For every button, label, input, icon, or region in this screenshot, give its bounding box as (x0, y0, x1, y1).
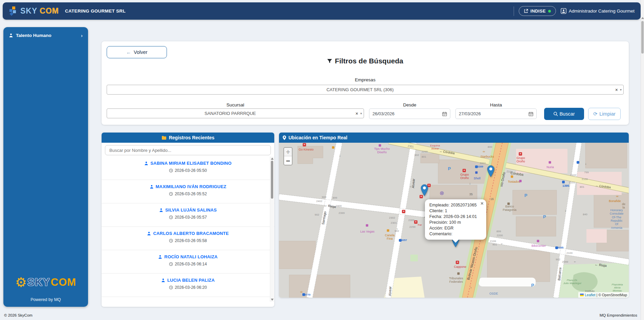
zoom-in-button[interactable]: + (284, 148, 292, 156)
record-item[interactable]: ROCÍO NATALI LOHAIZA2026-03-26 06:14 (102, 250, 274, 274)
record-name-link[interactable]: LUCIA BELEN PALIZA (102, 278, 274, 283)
map-label: 8255 (557, 246, 563, 249)
map-cup-icon: ☕ (300, 289, 303, 294)
sucursal-value: SANATORIO PARRRQUE (107, 111, 353, 116)
popup-line: Acción: EGR (429, 225, 481, 231)
map-label: 35 (469, 193, 473, 196)
sidebar: Talento Humano › ⚙ SKYCOM Powered by MQ (3, 27, 88, 307)
records-scrollbar[interactable] (270, 157, 274, 302)
record-name-link[interactable]: MAXIMILIANO IVÁN RODRIGUEZ (102, 184, 274, 189)
map-sq-icon (366, 224, 368, 227)
map-label: 800 (488, 145, 492, 148)
scroll-up-icon[interactable] (641, 17, 644, 19)
map-canvas[interactable]: Go KinesioTips Mucho DiseñoEsquina Alvea… (279, 143, 629, 298)
map-marker-pin[interactable] (421, 184, 428, 197)
map-sq-icon (387, 229, 389, 232)
osm-link[interactable]: © OpenStreetMap (598, 293, 627, 297)
map-cup-icon: ☕ (616, 194, 619, 198)
person-icon (144, 161, 148, 165)
sidebar-item-talento-humano[interactable]: Talento Humano › (3, 27, 88, 44)
refresh-icon: ⟳ (593, 111, 597, 117)
caret-down-icon[interactable]: ▾ (620, 88, 623, 92)
map-label: 2301 (391, 221, 397, 224)
records-title: Registros Recientes (169, 135, 215, 140)
page-scrollbar[interactable] (641, 0, 644, 320)
empresas-select[interactable]: CATERING GOURMET SRL (306) × ▾ (107, 85, 624, 95)
map-label: ↑ (396, 227, 398, 231)
map-cross-icon: + (303, 143, 306, 146)
record-item[interactable]: LUCIA BELEN PALIZA2026-03-26 06:20 (102, 274, 274, 297)
map-pp-icon: P (543, 215, 546, 220)
zoom-out-button[interactable]: − (284, 156, 292, 165)
popup-line: Fecha: 2026-03-26 14:01 (429, 214, 481, 220)
record-name-link[interactable]: VANESA CINTIA ACOSTA VAZQUEZ (102, 301, 274, 302)
map-label: 899 (496, 230, 501, 233)
records-search-input[interactable] (105, 145, 271, 155)
map-label: Tips Mucho Diseño (374, 147, 390, 154)
skycom-logo-icon (9, 6, 18, 16)
user-menu[interactable]: Administrador Catering Gourmet (561, 8, 635, 14)
limpiar-button[interactable]: ⟳ Limpiar (588, 108, 621, 120)
leaflet-link[interactable]: Leaflet (585, 293, 596, 297)
back-arrow-icon: ← (126, 49, 131, 55)
record-name-link[interactable]: SILVIA LUJÁN SALINAS (102, 207, 274, 213)
map-label: Las Vegas (360, 230, 374, 233)
record-timestamp: 2026-03-26 06:14 (102, 262, 274, 266)
desde-input[interactable] (372, 111, 442, 116)
map-label: Esquina Alvear (430, 144, 440, 150)
record-timestamp: 2026-03-26 06:20 (102, 285, 274, 290)
calendar-icon[interactable] (529, 112, 533, 116)
map-pp-icon: P (524, 193, 528, 198)
sucursal-select[interactable]: SANATORIO PARRRQUE × ▾ (107, 108, 364, 118)
hasta-field-wrap (455, 108, 537, 119)
record-name-link[interactable]: CARLOS ALBERTO BRACAMONTE (102, 231, 274, 236)
record-item[interactable]: MAXIMILIANO IVÁN RODRIGUEZ2026-03-26 05:… (102, 180, 274, 203)
map-label: Shell (474, 177, 480, 180)
map-label: 2299 (422, 150, 428, 153)
person-icon (147, 302, 151, 302)
clock-icon (169, 168, 173, 173)
map-label: Tostados (508, 180, 520, 183)
scroll-up-icon[interactable] (271, 158, 274, 160)
record-item[interactable]: SABINA MIRIAM ELISABET BONDINO2026-03-26… (102, 157, 274, 180)
map-sq-icon (475, 172, 478, 174)
popup-close-icon[interactable]: × (480, 200, 484, 206)
map-label: Banco Patagonia (503, 205, 517, 212)
map-label: 2299 (409, 225, 415, 228)
volver-button[interactable]: ←Volver (107, 46, 167, 58)
indise-button[interactable]: INDISE (519, 6, 556, 16)
map-sq-icon (519, 180, 522, 182)
record-item[interactable]: SILVIA LUJÁN SALINAS2026-03-26 05:57 (102, 203, 274, 227)
map-busq-icon (399, 239, 402, 242)
map-zoom-control: + − (283, 147, 293, 165)
hasta-input[interactable] (459, 111, 529, 116)
status-dot-icon (548, 10, 551, 13)
map-label: Plazoleta Alicia Moreau (611, 283, 623, 293)
chevron-right-icon: › (81, 33, 83, 38)
caret-down-icon[interactable]: ▾ (360, 112, 364, 115)
scroll-down-icon[interactable] (271, 299, 274, 301)
map-label: 802 (414, 154, 419, 157)
record-item[interactable]: VANESA CINTIA ACOSTA VAZQUEZ (102, 297, 274, 302)
map-marker-pin[interactable] (487, 165, 495, 178)
map-label: Go Kinesio (299, 148, 314, 151)
indise-label: INDISE (531, 8, 546, 14)
record-item[interactable]: CARLOS ALBERTO BRACAMONTE2026-03-26 05:5… (102, 227, 274, 250)
buscar-button[interactable]: Buscar (544, 108, 584, 120)
calendar-icon[interactable] (442, 112, 447, 116)
record-name-link[interactable]: SABINA MIRIAM ELISABET BONDINO (102, 161, 274, 166)
clear-icon[interactable]: × (613, 87, 620, 93)
map-label: Alvear (388, 286, 392, 296)
clock-icon (169, 215, 173, 219)
sucursal-label: Sucursal (107, 102, 364, 107)
map-label: 1395 (562, 184, 569, 187)
record-name-link[interactable]: ROCÍO NATALI LOHAIZA (102, 254, 274, 259)
page-scrollbar-thumb[interactable] (641, 21, 644, 54)
map-cross-icon: + (414, 220, 417, 224)
clock-icon (169, 285, 173, 289)
record-timestamp: 2026-03-26 05:50 (102, 168, 274, 173)
map-label: 900 (322, 196, 326, 199)
footer-copyright: © 2026 SkyCom (4, 313, 33, 317)
clear-icon[interactable]: × (353, 111, 360, 116)
scrollbar-thumb[interactable] (271, 161, 273, 199)
